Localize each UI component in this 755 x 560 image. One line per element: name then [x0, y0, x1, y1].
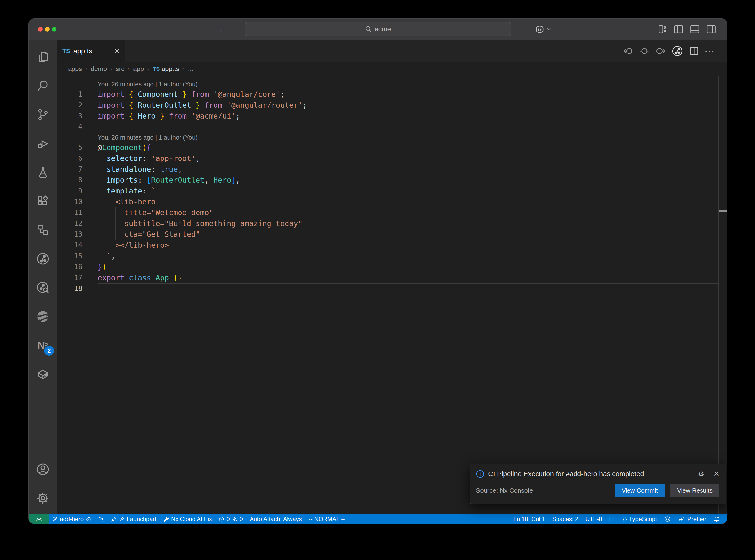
encoding-status[interactable]: UTF-8 — [582, 514, 605, 523]
view-results-button[interactable]: View Results — [670, 484, 719, 497]
swirl-extension-icon[interactable] — [28, 302, 57, 331]
git-compare-status[interactable] — [95, 514, 107, 523]
breadcrumb-item[interactable]: demo — [91, 65, 107, 73]
blame-annotation[interactable]: You, 26 minutes ago | 1 author (You) — [57, 79, 727, 89]
git-compare-icon — [99, 516, 104, 522]
code-line[interactable]: 10 <lib-hero — [57, 197, 727, 207]
line-content: subtitle="Build something amazing today" — [98, 218, 718, 229]
code-line[interactable]: 7 standalone: true, — [57, 164, 727, 175]
notifications-bell[interactable] — [710, 514, 723, 523]
code-line[interactable]: 17export class App {} — [57, 272, 727, 283]
code-line[interactable]: 1import { Component } from '@angular/cor… — [57, 89, 727, 100]
prev-change-icon[interactable] — [622, 46, 633, 57]
nx-cloud-status[interactable]: Nx Cloud AI Fix — [160, 514, 215, 523]
line-content: selector: 'app-root', — [98, 153, 718, 164]
more-actions-icon[interactable]: ··· — [705, 46, 715, 56]
code-editor[interactable]: You, 26 minutes ago | 1 author (You)1imp… — [57, 76, 727, 514]
language-status[interactable]: {}TypeScript — [619, 514, 660, 523]
tab-app-ts[interactable]: TS app.ts ✕ — [57, 40, 125, 62]
customize-layout-icon[interactable] — [657, 24, 668, 35]
zoom-window-button[interactable] — [52, 27, 57, 32]
run-debug-view-icon[interactable] — [28, 129, 57, 158]
breadcrumb-item[interactable]: app — [133, 65, 144, 73]
vscode-window: ← → acme — [28, 19, 728, 524]
auto-attach-status[interactable]: Auto Attach: Always — [246, 514, 305, 523]
breadcrumb-symbol[interactable]: ... — [188, 65, 193, 73]
view-commit-button[interactable]: View Commit — [615, 484, 665, 497]
title-bar: ← → acme — [28, 19, 727, 40]
eol-status[interactable]: LF — [605, 514, 619, 523]
extensions-view-icon[interactable] — [28, 186, 57, 215]
editor-scrollbar[interactable] — [718, 76, 727, 514]
problems-status[interactable]: 0 0 — [215, 514, 246, 523]
vim-mode-status[interactable]: -- NORMAL -- — [305, 514, 349, 523]
code-line[interactable]: 14 ></lib-hero> — [57, 240, 727, 251]
branch-status[interactable]: add-hero — [49, 514, 95, 523]
code-line[interactable]: 3import { Hero } from '@acme/ui'; — [57, 111, 727, 121]
line-content: `, — [98, 251, 718, 261]
line-content: ></lib-hero> — [98, 240, 718, 251]
code-line[interactable]: 15 `, — [57, 251, 727, 261]
toggle-primary-sidebar-icon[interactable] — [673, 24, 684, 35]
code-line[interactable]: 18 — [57, 283, 727, 294]
source-control-view-icon[interactable] — [28, 100, 57, 129]
code-line[interactable]: 5@Component({ — [57, 142, 727, 153]
code-line[interactable]: 6 selector: 'app-root', — [57, 153, 727, 164]
history-back-icon[interactable]: ← — [218, 25, 227, 34]
formatter-status[interactable]: ✓✓ Prettier — [675, 514, 710, 523]
settings-gear-icon[interactable] — [28, 484, 57, 513]
line-number: 16 — [57, 261, 98, 272]
search-value: acme — [375, 25, 391, 33]
code-line[interactable]: 12 subtitle="Build something amazing tod… — [57, 218, 727, 229]
command-center-search[interactable]: acme — [245, 22, 511, 36]
explorer-view-icon[interactable] — [28, 42, 57, 71]
breadcrumb-item[interactable]: apps — [68, 65, 82, 73]
double-check-icon: ✓✓ — [678, 516, 685, 522]
notification-close-icon[interactable]: ✕ — [713, 469, 719, 478]
indent-guide — [106, 153, 107, 261]
line-content — [98, 121, 718, 132]
line-number: 12 — [57, 218, 98, 229]
next-change-icon[interactable] — [655, 46, 666, 57]
toggle-secondary-sidebar-icon[interactable] — [706, 24, 717, 35]
copilot-status[interactable] — [660, 514, 675, 523]
container-view-icon[interactable] — [28, 360, 57, 388]
account-icon[interactable] — [28, 455, 57, 484]
code-line[interactable]: 11 title="Welcmoe demo" — [57, 207, 727, 218]
breadcrumb-file[interactable]: TSapp.ts — [153, 65, 179, 73]
code-line[interactable]: 8 imports: [RouterOutlet, Hero], — [57, 175, 727, 186]
graph-circle-view-icon[interactable] — [28, 244, 57, 273]
line-number: 15 — [57, 251, 98, 261]
toggle-panel-icon[interactable] — [689, 24, 700, 35]
code-line[interactable]: 13 cta="Get Started" — [57, 229, 727, 240]
indentation-status[interactable]: Spaces: 2 — [549, 514, 582, 523]
notification-toast: CI Pipeline Execution for #add-hero has … — [470, 464, 726, 504]
graph-search-view-icon[interactable] — [28, 273, 57, 302]
minimize-window-button[interactable] — [45, 27, 49, 32]
split-editor-icon[interactable] — [689, 46, 699, 57]
launchpad-status[interactable]: Launchpad — [107, 514, 160, 523]
history-forward-icon[interactable]: → — [236, 25, 244, 34]
code-line[interactable]: 4 — [57, 121, 727, 132]
breadcrumb-item[interactable]: src — [116, 65, 124, 73]
code-line[interactable]: 2import { RouterOutlet } from '@angular/… — [57, 100, 727, 111]
cursor-position-status[interactable]: Ln 18, Col 1 — [510, 514, 549, 523]
nx-console-view-icon[interactable]: N> 2 — [28, 331, 57, 360]
typescript-file-icon: TS — [62, 47, 70, 55]
nx-graph-icon[interactable] — [671, 45, 683, 57]
copilot-menu[interactable] — [535, 19, 551, 40]
search-view-icon[interactable] — [28, 71, 57, 100]
remote-indicator[interactable]: >< — [28, 514, 49, 523]
blame-annotation[interactable]: You, 26 minutes ago | 1 author (You) — [57, 132, 727, 142]
close-window-button[interactable] — [38, 27, 43, 32]
notification-settings-gear-icon[interactable]: ⚙ — [698, 469, 704, 478]
traffic-lights — [38, 19, 57, 40]
code-line[interactable]: 9 template: ` — [57, 186, 727, 197]
copilot-icon — [664, 515, 671, 523]
commit-icon[interactable] — [639, 46, 650, 57]
code-line[interactable]: 16}) — [57, 261, 727, 272]
linked-squares-view-icon[interactable] — [28, 215, 57, 244]
line-number: 2 — [57, 100, 98, 111]
close-tab-icon[interactable]: ✕ — [114, 47, 120, 55]
testing-view-icon[interactable] — [28, 158, 57, 186]
